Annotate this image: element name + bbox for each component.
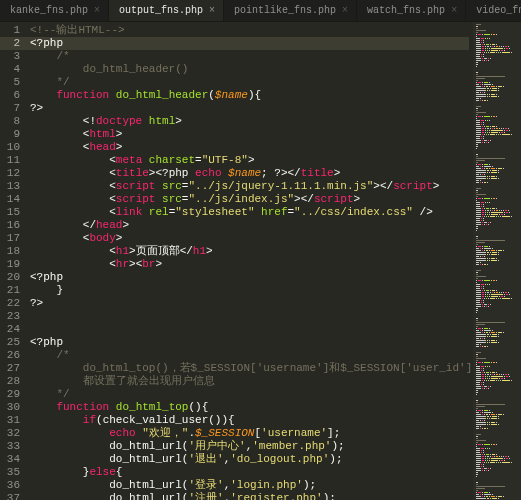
code-line[interactable]: <?php <box>30 336 469 349</box>
close-icon[interactable]: × <box>94 5 100 16</box>
tab-watch-fns-php[interactable]: watch_fns.php× <box>357 0 466 21</box>
code-line[interactable]: 都设置了就会出现用户信息 <box>30 375 469 388</box>
code-line[interactable]: do_html_url('退出','do_logout.php'); <box>30 453 469 466</box>
code-line[interactable]: <script src="../js/jquery-1.11.1.min.js"… <box>30 180 469 193</box>
minimap-line <box>476 404 518 405</box>
code-line[interactable]: if(check_valid_user()){ <box>30 414 469 427</box>
minimap-seg <box>476 78 485 79</box>
minimap-seg <box>496 210 498 211</box>
minimap-seg <box>487 210 489 211</box>
tab-pointlike-fns-php[interactable]: pointlike_fns.php× <box>224 0 357 21</box>
token: $name <box>228 167 261 179</box>
tab-video-fns-php[interactable]: video_fns.php× <box>466 0 521 21</box>
line-number-gutter[interactable]: 1234567891011121314151617181920212223242… <box>0 22 26 500</box>
minimap-seg <box>482 372 483 373</box>
code-line[interactable]: <script src="../js/index.js"></script> <box>30 193 469 206</box>
code-line[interactable]: do_html_url('注册','register.php'); <box>30 492 469 500</box>
code-line[interactable]: */ <box>30 76 469 89</box>
code-line[interactable]: }else{ <box>30 466 469 479</box>
code-line[interactable]: <link rel="stylesheet" href="../css/inde… <box>30 206 469 219</box>
minimap-seg <box>476 466 480 467</box>
code-line[interactable]: /* <box>30 349 469 362</box>
minimap-seg <box>483 466 484 467</box>
code-line[interactable]: function do_html_top(){ <box>30 401 469 414</box>
minimap-seg <box>486 470 487 471</box>
code-line[interactable]: <!doctype html> <box>30 115 469 128</box>
minimap-seg <box>483 40 484 41</box>
code-line[interactable]: do_html_header() <box>30 63 469 76</box>
minimap-seg <box>487 374 489 375</box>
code-line[interactable]: <hr><br> <box>30 258 469 271</box>
token: script <box>116 180 156 192</box>
code-line[interactable]: /* <box>30 50 469 63</box>
token: ); <box>329 453 342 465</box>
code-line[interactable]: function do_html_header($name){ <box>30 89 469 102</box>
code-line[interactable]: <?php <box>30 271 469 284</box>
code-line[interactable]: */ <box>30 388 469 401</box>
code-line[interactable]: <body> <box>30 232 469 245</box>
code-area[interactable]: <!--输出HTML--><?php /* do_html_header() *… <box>26 22 473 500</box>
minimap-seg <box>491 178 497 179</box>
minimap-seg <box>496 456 498 457</box>
minimap-seg <box>503 374 504 375</box>
code-line[interactable]: do_html_url('用户中心','member.php'); <box>30 440 469 453</box>
minimap-seg <box>476 256 479 257</box>
code-line[interactable]: <head> <box>30 141 469 154</box>
minimap-seg <box>476 216 481 217</box>
minimap-seg <box>476 360 478 361</box>
minimap-seg <box>476 434 481 435</box>
minimap-line <box>476 428 518 429</box>
minimap-seg <box>494 374 495 375</box>
minimap-line <box>476 364 518 365</box>
code-line[interactable]: ?> <box>30 297 469 310</box>
code-line[interactable]: <!--输出HTML--> <box>30 24 469 37</box>
minimap[interactable] <box>473 22 521 500</box>
minimap-seg <box>476 224 481 225</box>
minimap-seg <box>481 40 482 41</box>
tab-kanke-fns-php[interactable]: kanke_fns.php× <box>0 0 109 21</box>
minimap-seg <box>483 138 484 139</box>
minimap-seg <box>504 296 505 297</box>
code-line[interactable]: <meta charset="UTF-8"> <box>30 154 469 167</box>
minimap-seg <box>487 340 488 341</box>
tab-output-fns-php[interactable]: output_fns.php× <box>109 0 224 21</box>
code-line[interactable] <box>30 310 469 323</box>
code-line[interactable]: do_html_top()，若$_SESSION['username']和$_S… <box>30 362 469 375</box>
code-editor: kanke_fns.php×output_fns.php×pointlike_f… <box>0 0 521 500</box>
code-line[interactable]: <title><?php echo $name; ?></title> <box>30 167 469 180</box>
token: ]; <box>327 427 340 439</box>
minimap-seg <box>490 252 491 253</box>
minimap-seg <box>487 212 488 213</box>
minimap-seg <box>484 92 485 93</box>
minimap-seg <box>481 384 482 385</box>
minimap-seg <box>476 310 478 311</box>
minimap-seg <box>501 296 503 297</box>
minimap-seg <box>496 52 497 53</box>
minimap-line <box>476 488 518 489</box>
code-line[interactable] <box>30 323 469 336</box>
close-icon[interactable]: × <box>342 5 348 16</box>
code-line[interactable]: do_html_url('登录','login.php'); <box>30 479 469 492</box>
code-line[interactable]: ?> <box>30 102 469 115</box>
close-icon[interactable]: × <box>451 5 457 16</box>
code-line[interactable]: echo "欢迎，".$_SESSION['username']; <box>30 427 469 440</box>
code-line[interactable]: } <box>30 284 469 297</box>
token: > <box>116 141 123 153</box>
minimap-seg <box>493 280 495 281</box>
token: doctype <box>96 115 142 127</box>
minimap-seg <box>483 452 484 453</box>
code-line[interactable]: <?php <box>26 37 469 50</box>
minimap-seg <box>476 308 478 309</box>
code-line[interactable]: <h1>页面顶部</h1> <box>30 245 469 258</box>
close-icon[interactable]: × <box>209 5 215 16</box>
minimap-seg <box>487 334 489 335</box>
minimap-seg <box>489 448 490 449</box>
code-line[interactable]: </head> <box>30 219 469 232</box>
minimap-seg <box>499 374 500 375</box>
token: html <box>149 115 175 127</box>
minimap-seg <box>476 126 481 127</box>
minimap-seg <box>476 168 481 169</box>
minimap-seg <box>492 166 493 167</box>
code-line[interactable]: <html> <box>30 128 469 141</box>
minimap-seg <box>491 414 495 415</box>
